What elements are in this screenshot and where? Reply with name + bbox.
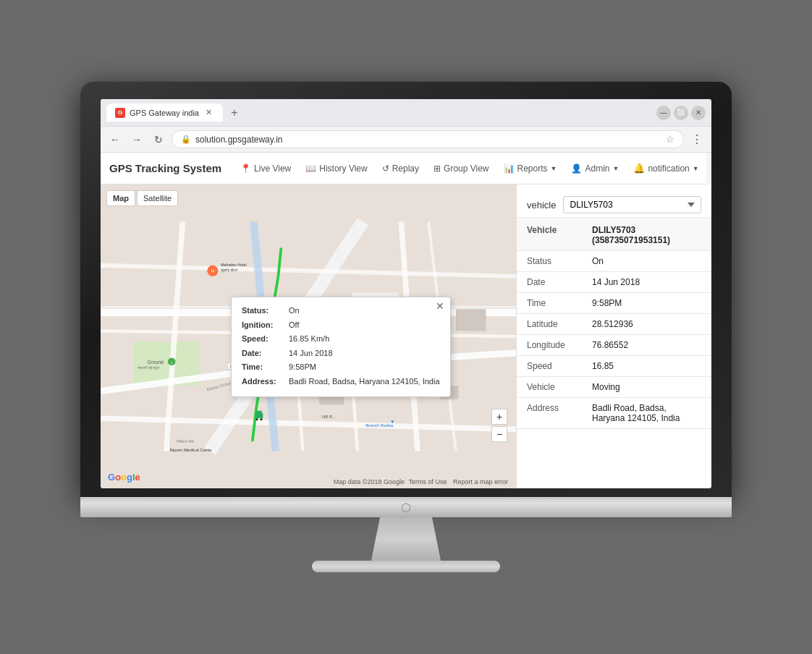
map-popup-close-button[interactable]: ✕ xyxy=(436,300,444,312)
tab-area: G GPS Gateway india ✕ + xyxy=(106,103,652,122)
date-label: Date xyxy=(517,272,582,293)
app-container: GPS Tracking System 📍 Live View 📖 Histor… xyxy=(101,153,711,488)
map-type-satellite-button[interactable]: Satellite xyxy=(137,190,178,206)
svg-text:▼: ▼ xyxy=(390,420,394,424)
ssl-lock-icon: 🔒 xyxy=(181,135,191,144)
vehicle-info-table: Vehicle DLILY5703 (358735071953151) Stat… xyxy=(517,220,711,429)
forward-button[interactable]: → xyxy=(128,131,145,148)
popup-status-value: On xyxy=(289,305,300,317)
imac-screen: G GPS Gateway india ✕ + — ⬜ ✕ ← xyxy=(101,99,711,488)
popup-date-value: 14 Jun 2018 xyxy=(289,347,333,360)
map-data-text: Map data ©2018 Google xyxy=(334,478,405,485)
address-text: solution.gpsgateway.in xyxy=(195,135,283,145)
popup-time-value: 9:58PM xyxy=(289,361,316,373)
map-controls: Map Satellite xyxy=(106,190,178,206)
popup-time-row: Time: 9:58PM xyxy=(242,361,440,373)
table-row-vehicle: Vehicle DLILY5703 (358735071953151) xyxy=(517,220,711,251)
vehicle-select-dropdown[interactable]: DLILY5703 xyxy=(563,196,701,213)
bookmark-star-icon[interactable]: ☆ xyxy=(666,134,674,145)
location-pin-icon: 📍 xyxy=(240,164,251,174)
longitude-label: Longitude xyxy=(517,335,582,356)
map-popup: ✕ Status: On Ignition: Off Speed: xyxy=(231,297,451,397)
tab-favicon: G xyxy=(115,108,125,118)
maximize-button[interactable]: ⬜ xyxy=(674,106,688,120)
popup-ignition-label: Ignition: xyxy=(242,319,289,331)
bell-icon: 🔔 xyxy=(633,163,645,174)
svg-text:H: H xyxy=(211,268,214,273)
browser-chrome: G GPS Gateway india ✕ + — ⬜ ✕ ← xyxy=(101,99,711,153)
map-type-map-button[interactable]: Map xyxy=(106,190,135,206)
vehicle-name-label: Vehicle xyxy=(517,220,582,251)
app-title: GPS Tracking System xyxy=(109,162,221,174)
address-bar[interactable]: 🔒 solution.gpsgateway.in ☆ xyxy=(172,130,684,148)
address-value: Badli Road, Badsa, Haryana 124105, India xyxy=(582,398,711,429)
time-value: 9:58PM xyxy=(582,293,711,314)
browser-menu-button[interactable]: ⋮ xyxy=(688,131,706,148)
nav-history-view[interactable]: 📖 History View xyxy=(298,153,374,184)
nav-right: 🔔 notification ▼ 👤 Prince 🚪 Logout xyxy=(626,153,711,184)
browser-title-bar: G GPS Gateway india ✕ + — ⬜ ✕ xyxy=(101,99,711,127)
table-row-time: Time 9:58PM xyxy=(517,293,711,314)
imac-screen-border: G GPS Gateway india ✕ + — ⬜ ✕ ← xyxy=(80,82,732,497)
popup-date-row: Date: 14 Jun 2018 xyxy=(242,347,440,360)
book-icon: 📖 xyxy=(305,164,316,174)
imac-stand xyxy=(363,517,449,561)
speed-label: Speed xyxy=(517,356,582,377)
table-row-date: Date 14 Jun 2018 xyxy=(517,272,711,293)
nav-group-view[interactable]: ⊞ Group View xyxy=(426,153,496,184)
table-row-address: Address Badli Road, Badsa, Haryana 12410… xyxy=(517,398,711,429)
vehicle-label: vehicle xyxy=(527,200,556,211)
nav-reports[interactable]: 📊 Reports ▼ xyxy=(496,153,564,184)
notification-button[interactable]: 🔔 notification ▼ xyxy=(626,153,706,184)
notification-dropdown-icon: ▼ xyxy=(693,165,699,172)
time-label: Time xyxy=(517,293,582,314)
admin-icon: 👤 xyxy=(571,164,582,174)
report-map-error-link[interactable]: Report a map error xyxy=(453,478,508,485)
nav-admin[interactable]: 👤 Admin ▼ xyxy=(564,153,626,184)
svg-text:सुखदेव होटल: सुखदेव होटल xyxy=(220,268,237,273)
status-label: Status xyxy=(517,251,582,272)
reports-dropdown-icon: ▼ xyxy=(551,165,557,172)
user-button[interactable]: 👤 Prince xyxy=(706,153,711,184)
table-row-vehicle-status: Vehicle Moving xyxy=(517,377,711,398)
svg-point-19 xyxy=(255,418,258,420)
terms-of-use-link[interactable]: Terms of Use xyxy=(408,478,447,485)
close-button[interactable]: ✕ xyxy=(691,106,706,120)
popup-speed-label: Speed: xyxy=(242,333,289,345)
vehicle-status-label: Vehicle xyxy=(517,377,582,398)
address-label: Address xyxy=(517,398,582,429)
popup-time-label: Time: xyxy=(242,361,289,373)
svg-text:Mahadev Hotel: Mahadev Hotel xyxy=(221,263,246,267)
imac-shell: G GPS Gateway india ✕ + — ⬜ ✕ ← xyxy=(80,82,732,572)
minimize-button[interactable]: — xyxy=(656,106,671,120)
back-button[interactable]: ← xyxy=(106,131,124,148)
svg-text:Branch Badsa: Branch Badsa xyxy=(365,423,394,428)
tab-title: GPS Gateway india xyxy=(130,109,199,117)
popup-date-label: Date: xyxy=(242,347,289,360)
report-icon: 📊 xyxy=(504,164,515,174)
top-nav: GPS Tracking System 📍 Live View 📖 Histor… xyxy=(101,153,711,184)
nav-replay[interactable]: ↺ Replay xyxy=(375,153,426,184)
refresh-button[interactable]: ↻ xyxy=(150,131,167,148)
right-panel: vehicle DLILY5703 Vehicle DLILY5703 (358… xyxy=(516,184,711,488)
main-content: Map Satellite xyxy=(101,184,711,488)
table-row-speed: Speed 16.85 xyxy=(517,356,711,377)
tab-close-button[interactable]: ✕ xyxy=(203,107,214,118)
svg-text:मेडिकल स्टोर: मेडिकल स्टोर xyxy=(176,439,194,443)
vehicle-status-value: Moving xyxy=(582,377,711,398)
svg-text:सरकारी हाई स्कूल: सरकारी हाई स्कूल xyxy=(137,365,160,370)
map-zoom-controls: 🧍 + − xyxy=(491,409,507,442)
browser-tab[interactable]: G GPS Gateway india ✕ xyxy=(106,103,223,122)
popup-address-row: Address: Badli Road, Badsa, Haryana 1241… xyxy=(242,375,440,388)
svg-point-20 xyxy=(261,418,263,420)
zoom-out-button[interactable]: − xyxy=(491,426,507,442)
nav-items: 📍 Live View 📖 History View ↺ Replay xyxy=(233,153,626,184)
table-row-status: Status On xyxy=(517,251,711,272)
new-tab-button[interactable]: + xyxy=(226,104,243,122)
popup-ignition-value: Off xyxy=(289,319,299,331)
zoom-in-button[interactable]: + xyxy=(491,409,507,425)
replay-icon: ↺ xyxy=(382,164,389,174)
nav-live-view[interactable]: 📍 Live View xyxy=(233,153,298,184)
imac-chin: ⬡ xyxy=(80,497,732,517)
map-area: Map Satellite xyxy=(101,184,516,488)
